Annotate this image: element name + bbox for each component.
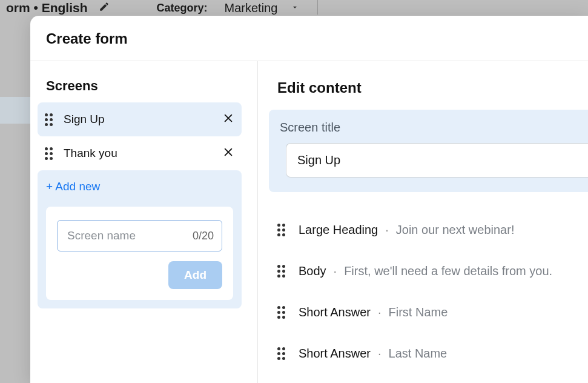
char-count: 0/20: [193, 230, 214, 242]
edit-content-pane: Edit content Screen title Large Heading …: [258, 61, 588, 383]
drag-handle-icon[interactable]: [277, 347, 285, 360]
edit-content-heading: Edit content: [277, 79, 588, 96]
component-row-short-answer-2[interactable]: Short Answer · Last Name: [277, 333, 588, 374]
component-row-short-answer-1[interactable]: Short Answer · First Name: [277, 291, 588, 333]
drag-handle-icon[interactable]: [277, 224, 285, 236]
dot-separator: ·: [385, 223, 389, 237]
screen-title-section: Screen title: [269, 110, 588, 192]
component-row-body[interactable]: Body · First, we'll need a few details f…: [277, 250, 588, 291]
modal-title: Create form: [46, 30, 572, 47]
screen-title-input[interactable]: [286, 143, 588, 178]
close-icon[interactable]: [222, 112, 234, 127]
drag-handle-icon[interactable]: [45, 147, 53, 160]
component-type: Large Heading: [299, 223, 378, 237]
component-value: Join our next webinar!: [396, 223, 515, 237]
screen-item-label: Sign Up: [64, 113, 222, 126]
add-button[interactable]: Add: [168, 261, 222, 289]
component-type: Short Answer: [299, 347, 371, 361]
component-row-large-heading[interactable]: Large Heading · Join our next webinar!: [277, 209, 588, 250]
screen-item-thankyou[interactable]: Thank you: [38, 136, 242, 170]
component-value: Last Name: [389, 347, 448, 361]
dot-separator: ·: [378, 347, 382, 361]
dot-separator: ·: [378, 305, 382, 319]
close-icon[interactable]: [222, 146, 234, 161]
component-type: Short Answer: [299, 305, 371, 319]
content-components-list: Large Heading · Join our next webinar! B…: [277, 209, 588, 374]
add-new-link[interactable]: + Add new: [46, 180, 233, 193]
drag-handle-icon[interactable]: [277, 306, 285, 319]
screen-title-label: Screen title: [280, 121, 580, 135]
drag-handle-icon[interactable]: [277, 265, 285, 278]
component-value: First Name: [389, 305, 448, 319]
drag-handle-icon[interactable]: [45, 113, 53, 126]
screen-item-signup[interactable]: Sign Up: [38, 102, 242, 136]
modal-header: Create form: [30, 16, 588, 61]
screens-pane: Screens Sign Up Thank you: [30, 61, 258, 383]
background-sidebar-highlight: [0, 97, 30, 124]
create-form-modal: Create form Screens Sign Up Thank you: [30, 16, 588, 383]
component-value: First, we'll need a few details from you…: [344, 264, 552, 278]
screens-heading: Screens: [46, 78, 242, 94]
component-type: Body: [299, 264, 326, 278]
screen-item-label: Thank you: [64, 147, 222, 160]
dot-separator: ·: [334, 264, 337, 278]
new-screen-card: 0/20 Add: [46, 207, 233, 300]
add-screen-panel: + Add new 0/20 Add: [38, 170, 242, 308]
